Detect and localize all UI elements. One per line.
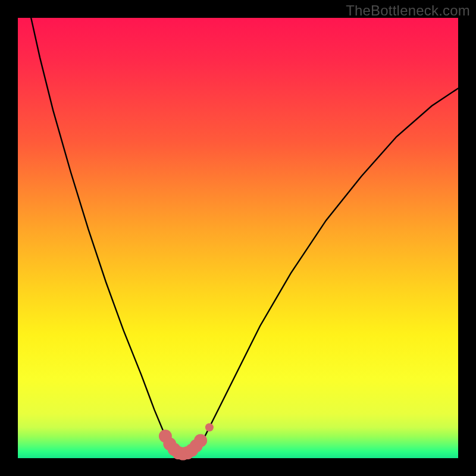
valley-marker-dot <box>205 423 214 431</box>
valley-marker-group <box>159 423 214 460</box>
watermark-text: TheBottleneck.com <box>346 2 470 19</box>
curve-svg <box>18 18 458 458</box>
bottleneck-curve-path <box>31 18 458 454</box>
outer-frame: TheBottleneck.com <box>0 0 476 476</box>
plot-area <box>18 18 458 458</box>
valley-marker-dot <box>194 434 207 447</box>
